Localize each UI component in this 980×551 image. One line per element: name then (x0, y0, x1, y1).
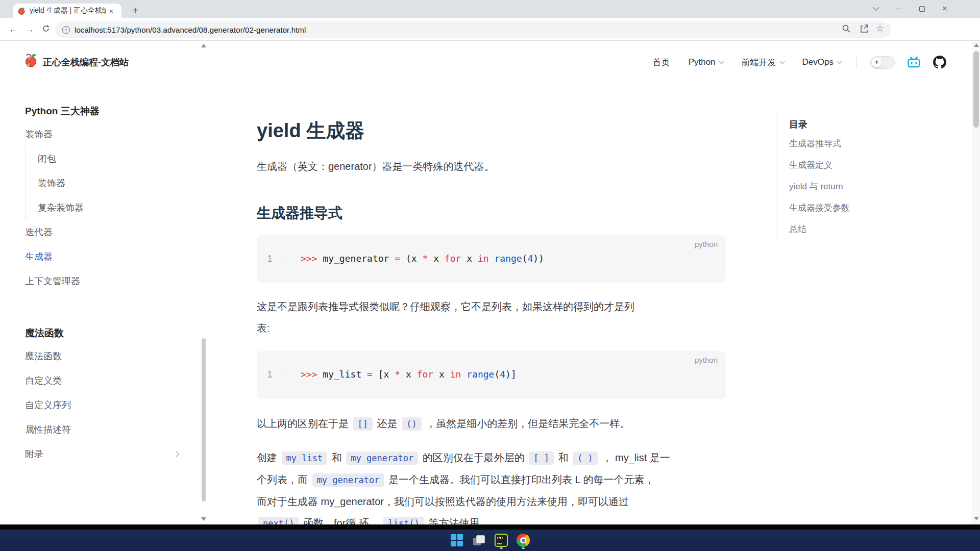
nav-item-frontend[interactable]: 前端开发 (742, 57, 784, 68)
reload-icon (42, 24, 50, 33)
browser-tab[interactable]: yield 生成器 | 正心全栈编程-文档站 × (13, 4, 121, 18)
page-scrollbar-thumb[interactable] (973, 51, 979, 128)
sidebar-item-decorator[interactable]: 装饰器 (38, 171, 191, 195)
sun-icon: ☀ (872, 58, 881, 67)
paragraph: 创建 my_list 和 my_generator 的区别仅在于最外层的 [ ]… (257, 447, 726, 524)
toc-item-accept-params[interactable]: 生成器接受参数 (789, 197, 888, 219)
chevron-right-icon (173, 451, 179, 457)
code-text: >>> my_generator = (x * x for x in range… (283, 253, 544, 265)
paragraph: 以上两的区别在于是 [] 还是 () ，虽然是细小的差别，但是结果完全不一样。 (257, 413, 726, 435)
window-close-button[interactable]: × (937, 2, 953, 15)
browser-tabstrip: yield 生成器 | 正心全栈编程-文档站 × + × (0, 0, 980, 18)
pycharm-button[interactable]: PC (495, 534, 508, 547)
sidebar-section-title: 魔法函数 (25, 327, 200, 338)
code-language-label: python (695, 240, 718, 248)
tab-title: yield 生成器 | 正心全栈编程-文档站 (30, 6, 106, 15)
article: yield 生成器 生成器（英文：generator）器是一类特殊的迭代器。 生… (257, 41, 726, 524)
bookmark-star-icon[interactable]: ☆ (876, 23, 884, 34)
site-info-icon[interactable]: i (62, 26, 70, 34)
code-block-python[interactable]: python 1 >>> my_list = [x * x for x in r… (257, 351, 726, 399)
window-maximize-button[interactable] (914, 2, 930, 15)
url-text[interactable]: localhost:5173/python/03.advanced/08.gen… (75, 26, 306, 34)
sidebar-item-appendix[interactable]: 附录 (25, 442, 178, 466)
window-minimize-button[interactable] (891, 2, 907, 15)
site-title[interactable]: 正心全栈编程-文档站 (43, 56, 129, 68)
back-button[interactable]: ← (6, 22, 20, 37)
page-scrollbar[interactable] (972, 41, 980, 524)
pycharm-icon: PC (495, 534, 508, 547)
chrome-button[interactable] (517, 534, 530, 547)
sidebar: Python 三大神器 装饰器 闭包 装饰器 复杂装饰器 迭代器 生成器 上下文… (25, 88, 200, 466)
bilibili-icon (907, 56, 921, 68)
github-link[interactable] (933, 56, 946, 69)
chevron-down-icon (837, 59, 842, 64)
toc-item-definition[interactable]: 生成器定义 (789, 155, 888, 176)
sidebar-item-closure[interactable]: 闭包 (38, 146, 191, 171)
file-explorer-button[interactable] (473, 534, 486, 547)
new-tab-button[interactable]: + (129, 4, 142, 17)
table-of-contents: 目录 生成器推导式 生成器定义 yield 与 return 生成器接受参数 总… (776, 113, 888, 240)
scroll-up-arrow-icon[interactable] (974, 43, 979, 47)
bilibili-link[interactable] (907, 56, 921, 68)
sidebar-item-custom-class[interactable]: 自定义类 (25, 368, 178, 393)
sidebar-nested-group: 闭包 装饰器 复杂装饰器 (25, 146, 200, 220)
forward-button[interactable]: → (22, 22, 37, 37)
line-number: 1 (257, 253, 283, 265)
sidebar-item-magic-functions[interactable]: 魔法函数 (25, 344, 178, 368)
sidebar-item-attribute-descriptor[interactable]: 属性描述符 (25, 417, 178, 442)
sidebar-scrollbar-thumb[interactable] (202, 338, 206, 502)
section-heading-generator-comprehension: 生成器推导式 (257, 204, 726, 223)
window-menu-chevron-icon[interactable] (868, 2, 884, 15)
code-block-python[interactable]: python 1 >>> my_generator = (x * x for x… (257, 235, 726, 283)
running-indicator-chrome (522, 547, 525, 549)
scroll-down-arrow-icon[interactable] (201, 517, 206, 521)
page-title: yield 生成器 (257, 118, 726, 143)
nav-item-devops[interactable]: DevOps (802, 57, 841, 67)
code-text: >>> my_list = [x * x for x in range(4)] (283, 368, 517, 381)
github-icon (933, 56, 946, 69)
sidebar-section-title: Python 三大神器 (25, 105, 200, 116)
toc-title: 目录 (789, 118, 888, 130)
intro-paragraph: 生成器（英文：generator）器是一类特殊的迭代器。 (257, 159, 726, 173)
browser-toolbar: ← → i localhost:5173/python/03.advanced/… (0, 18, 980, 41)
toc-item-comprehension[interactable]: 生成器推导式 (789, 133, 888, 155)
zoom-icon[interactable] (841, 23, 851, 36)
running-indicator-pycharm (500, 547, 503, 549)
windows-taskbar: PC (0, 530, 980, 551)
toc-item-summary[interactable]: 总结 (789, 219, 888, 240)
page-viewport: 正心全栈编程-文档站 首页 Python 前端开发 DevOps ☀ Pytho… (0, 41, 980, 524)
scroll-up-arrow-icon[interactable] (201, 44, 206, 47)
chevron-down-icon (779, 59, 785, 64)
address-bar[interactable]: i localhost:5173/python/03.advanced/08.g… (55, 21, 891, 38)
reload-button[interactable] (39, 22, 53, 37)
sidebar-section-divider (25, 311, 200, 311)
sidebar-item-context-manager[interactable]: 上下文管理器 (25, 269, 178, 293)
sidebar-scrollbar[interactable] (201, 41, 207, 524)
sidebar-top-divider (25, 88, 200, 88)
windows-logo-icon (451, 534, 464, 546)
sidebar-item-complex-decorator[interactable]: 复杂装饰器 (38, 195, 191, 220)
line-number: 1 (257, 368, 283, 381)
site-logo-fruit-icon[interactable] (23, 52, 39, 70)
window-bottom-edge (0, 524, 980, 530)
toc-item-yield-return[interactable]: yield 与 return (789, 176, 888, 197)
scroll-down-arrow-icon[interactable] (974, 517, 979, 520)
sidebar-item-custom-sequence[interactable]: 自定义序列 (25, 393, 178, 417)
share-icon[interactable] (859, 23, 869, 36)
tab-close-icon[interactable]: × (107, 7, 115, 15)
start-button[interactable] (451, 534, 464, 547)
paragraph: 这是不是跟列表推导式很类似呢？仔细观察，它不是列表，如果这样的得到的才是列 表: (257, 296, 726, 339)
theme-toggle[interactable]: ☀ (870, 56, 895, 69)
sidebar-item-generator-active[interactable]: 生成器 (25, 244, 178, 269)
sidebar-item-decorator-group[interactable]: 装饰器 (25, 122, 178, 146)
code-language-label: python (695, 356, 718, 364)
favicon-fruit-icon (17, 7, 26, 15)
chrome-icon (517, 534, 530, 547)
sidebar-item-iterator[interactable]: 迭代器 (25, 220, 178, 244)
nav-divider (856, 56, 857, 69)
